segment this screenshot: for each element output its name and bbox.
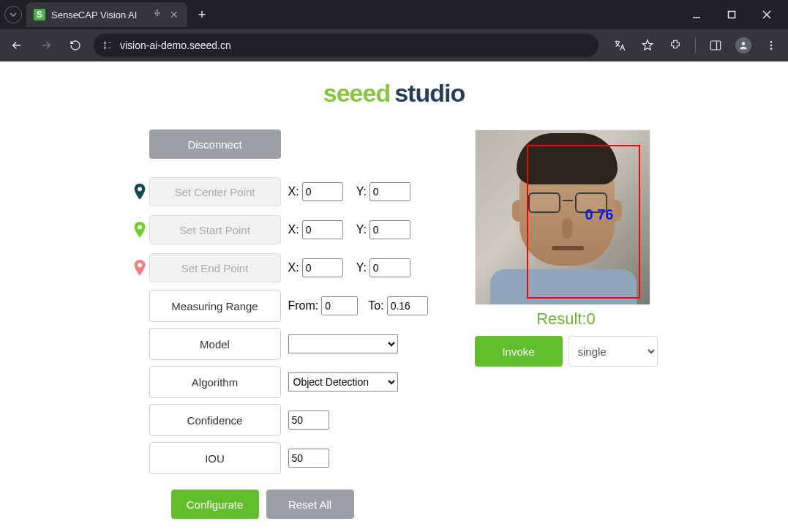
result-text: Result:0 [475, 310, 658, 329]
y-label: Y: [356, 223, 367, 236]
y-label: Y: [356, 261, 367, 274]
x-label: X: [288, 261, 299, 274]
y-label: Y: [356, 185, 367, 198]
start-y-input[interactable] [369, 220, 410, 239]
svg-point-9 [770, 41, 773, 43]
confidence-input[interactable] [288, 411, 329, 430]
range-to-input[interactable] [387, 296, 428, 315]
iou-label: IOU [149, 442, 281, 474]
translate-icon[interactable] [609, 34, 631, 56]
nav-forward-button[interactable] [35, 34, 57, 56]
url-text: vision-ai-demo.seeed.cn [120, 40, 231, 51]
set-end-point-button[interactable]: Set End Point [149, 253, 281, 282]
browser-tab[interactable]: S SenseCAP Vision AI ✕ [26, 2, 187, 27]
center-y-input[interactable] [369, 182, 410, 201]
algorithm-label: Algorithm [149, 366, 281, 398]
model-label: Model [149, 328, 281, 360]
set-center-point-button[interactable]: Set Center Point [149, 177, 281, 206]
window-maximize-button[interactable] [715, 2, 748, 27]
tab-close-button[interactable]: ✕ [168, 9, 180, 20]
svg-point-10 [770, 45, 773, 47]
toolbar-separator [695, 37, 696, 53]
window-minimize-button[interactable] [680, 2, 713, 27]
invoke-mode-select[interactable]: single [569, 336, 658, 367]
new-tab-button[interactable]: + [192, 4, 212, 25]
tabs-dropdown-button[interactable] [4, 6, 22, 23]
sidepanel-icon[interactable] [705, 34, 727, 56]
svg-point-5 [104, 47, 105, 48]
site-info-icon[interactable] [102, 40, 113, 50]
end-x-input[interactable] [302, 258, 343, 277]
preview-panel: 0 76 Result:0 Invoke single [475, 130, 658, 519]
address-bar[interactable]: vision-ai-demo.seeed.cn [94, 34, 598, 57]
bookmark-icon[interactable] [637, 34, 658, 56]
svg-point-11 [770, 48, 773, 50]
from-label: From: [288, 299, 319, 312]
svg-rect-1 [729, 12, 735, 18]
controls-panel: Disconnect Set Center Point X: Y: Set St… [131, 130, 431, 519]
svg-point-13 [138, 225, 142, 229]
range-from-input[interactable] [321, 296, 358, 315]
center-x-input[interactable] [302, 182, 343, 201]
detection-bounding-box [527, 145, 640, 299]
invoke-button[interactable]: Invoke [475, 336, 563, 367]
browser-tab-strip: S SenseCAP Vision AI ✕ + [0, 0, 788, 29]
map-pin-start-icon [131, 222, 149, 238]
profile-avatar[interactable] [732, 34, 754, 56]
page-content: seeedstudio Disconnect Set Center Point … [0, 61, 788, 532]
map-pin-end-icon [131, 260, 149, 276]
svg-point-14 [138, 263, 142, 267]
x-label: X: [288, 185, 299, 198]
start-x-input[interactable] [302, 220, 343, 239]
browser-toolbar: vision-ai-demo.seeed.cn [0, 29, 788, 61]
to-label: To: [368, 299, 383, 312]
model-select[interactable] [288, 334, 398, 353]
svg-rect-6 [710, 41, 721, 50]
window-close-button[interactable] [750, 2, 784, 27]
logo-part1: seeed [323, 79, 390, 107]
algorithm-select[interactable]: Object Detection [288, 372, 398, 391]
svg-point-4 [104, 42, 105, 43]
tab-title: SenseCAP Vision AI [51, 10, 146, 20]
map-pin-center-icon [131, 184, 149, 200]
usb-icon [152, 8, 162, 21]
set-start-point-button[interactable]: Set Start Point [149, 215, 281, 244]
detection-overlay-label: 0 76 [585, 206, 614, 223]
configurate-button[interactable]: Configurate [171, 490, 259, 519]
kebab-menu-icon[interactable] [760, 34, 782, 56]
end-y-input[interactable] [369, 258, 410, 277]
confidence-label: Confidence [149, 404, 281, 436]
svg-point-12 [138, 187, 142, 191]
measuring-range-label: Measuring Range [149, 290, 281, 322]
reset-all-button[interactable]: Reset All [266, 490, 354, 519]
x-label: X: [288, 223, 299, 236]
iou-input[interactable] [288, 449, 329, 468]
nav-back-button[interactable] [6, 34, 28, 56]
nav-reload-button[interactable] [64, 34, 86, 56]
logo-part2: studio [394, 79, 465, 107]
extensions-icon[interactable] [664, 34, 686, 56]
camera-preview: 0 76 [475, 130, 650, 305]
svg-point-8 [742, 42, 746, 45]
tab-favicon: S [34, 9, 45, 20]
disconnect-button[interactable]: Disconnect [149, 130, 281, 159]
seeed-studio-logo: seeedstudio [0, 79, 788, 108]
